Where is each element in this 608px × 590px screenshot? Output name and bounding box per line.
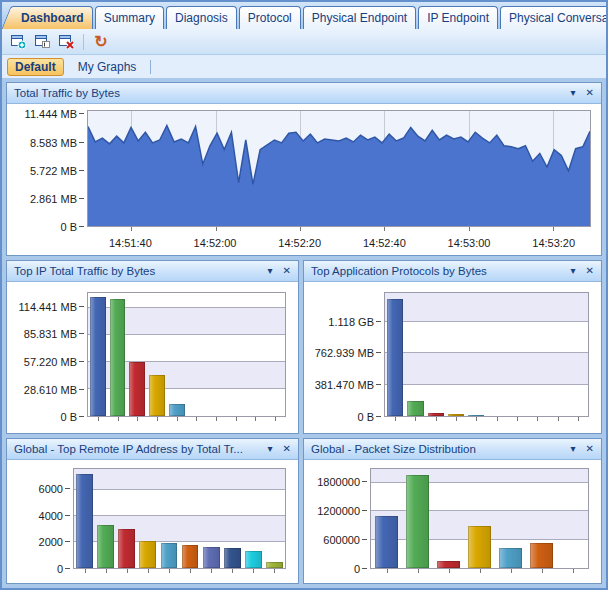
traffic-area-series (88, 111, 590, 226)
tab-diagnosis[interactable]: Diagnosis (166, 6, 237, 29)
y-axis-labels: 0200040006000 (7, 468, 71, 569)
y-tick-label: 1.118 GB (328, 316, 374, 328)
panel-header: Total Traffic by Bytes ▾ ✕ (7, 83, 601, 104)
x-slot-tick (511, 569, 512, 573)
panel-menu-icon[interactable]: ▾ (268, 266, 273, 276)
x-slot-tick (395, 417, 396, 421)
x-slot-tick (157, 417, 158, 421)
y-tick (79, 170, 84, 171)
x-slot-tick (196, 417, 197, 421)
y-tick (362, 568, 367, 569)
y-tick-label: 2000 (39, 536, 63, 548)
y-tick-label: 57.220 MB (24, 356, 77, 368)
x-tick (131, 227, 132, 231)
dashboard-subtabs: Default My Graphs (2, 55, 606, 78)
new-dashboard-window-icon (10, 33, 27, 50)
tab-ip-endpoint[interactable]: IP Endpoint (418, 6, 498, 29)
panel-menu-icon[interactable]: ▾ (268, 444, 273, 454)
panel-total-traffic: Total Traffic by Bytes ▾ ✕ 0 B2.861 MB5.… (6, 82, 602, 256)
panel-menu-icon[interactable]: ▾ (571, 88, 576, 98)
x-slot-tick (480, 569, 481, 573)
bar (97, 525, 114, 568)
gridline (385, 352, 588, 353)
gridline (74, 489, 285, 490)
tab-dashboard[interactable]: Dashboard (12, 6, 93, 29)
subtab-my-graphs[interactable]: My Graphs (71, 58, 144, 76)
y-tick (79, 226, 84, 227)
tab-physical-endpoint[interactable]: Physical Endpoint (303, 6, 416, 29)
panel-close-icon[interactable]: ✕ (586, 444, 594, 454)
y-tick-label: 28.610 MB (24, 384, 77, 396)
bar (110, 299, 126, 416)
grid-band (385, 293, 588, 322)
new-dashboard-window-button[interactable] (8, 32, 28, 52)
x-slot-tick (148, 569, 149, 573)
y-tick-label: 85.831 MB (24, 328, 77, 340)
y-axis-labels: 0 B2.861 MB5.722 MB8.583 MB11.444 MB (7, 110, 85, 227)
y-tick (79, 361, 84, 362)
y-tick-label: 2.861 MB (30, 193, 77, 205)
x-slot-tick (517, 417, 518, 421)
y-axis-labels: 0 B28.610 MB57.220 MB85.831 MB114.441 MB (7, 292, 85, 417)
tab-physical-conversation[interactable]: Physical Conversation (500, 6, 608, 29)
top-remote-ip-plot (73, 468, 286, 569)
y-tick-label: 4000 (39, 510, 63, 522)
tab-summary[interactable]: Summary (95, 6, 164, 29)
panel-menu-icon[interactable]: ▾ (571, 444, 576, 454)
y-tick (65, 488, 70, 489)
panel-title: Top IP Total Traffic by Bytes (14, 265, 262, 277)
panel-close-icon[interactable]: ✕ (586, 88, 594, 98)
x-slot-tick (253, 569, 254, 573)
bar (182, 545, 199, 568)
delete-dashboard-window-icon (58, 33, 75, 50)
x-slot-tick (216, 417, 217, 421)
x-slot-tick (118, 417, 119, 421)
bar (118, 529, 135, 568)
panel-packet-size: Global - Packet Size Distribution ▾ ✕ 06… (303, 438, 602, 584)
panel-header: Top Application Protocols by Bytes ▾ ✕ (304, 261, 601, 282)
packet-size-chart: 060000012000001800000 (304, 460, 601, 583)
rename-dashboard-window-button[interactable] (32, 32, 52, 52)
bar (437, 561, 460, 568)
y-tick (65, 541, 70, 542)
panel-header: Global - Packet Size Distribution ▾ ✕ (304, 439, 601, 460)
dashboard-toolbar: ↻ (2, 29, 606, 55)
y-tick (362, 481, 367, 482)
y-tick (79, 142, 84, 143)
subtab-default[interactable]: Default (7, 58, 64, 76)
panel-close-icon[interactable]: ✕ (283, 266, 291, 276)
x-slot-tick (387, 569, 388, 573)
tab-protocol[interactable]: Protocol (239, 6, 301, 29)
panel-header: Top IP Total Traffic by Bytes ▾ ✕ (7, 261, 298, 282)
subtab-separator (150, 60, 151, 74)
y-tick-label: 381.470 MB (315, 379, 374, 391)
x-slot-tick (537, 417, 538, 421)
y-tick (65, 568, 70, 569)
panel-menu-icon[interactable]: ▾ (571, 266, 576, 276)
y-tick (362, 510, 367, 511)
gridline (385, 384, 588, 385)
top-ip-chart: 0 B28.610 MB57.220 MB85.831 MB114.441 MB (7, 282, 298, 433)
bar (406, 475, 429, 568)
x-slot-tick (415, 417, 416, 421)
x-slot-tick (578, 417, 579, 421)
reset-graphs-button[interactable]: ↻ (91, 32, 111, 52)
bar (499, 548, 522, 568)
bar (448, 414, 464, 416)
y-tick-label: 600000 (323, 534, 360, 546)
y-tick (376, 384, 381, 385)
y-tick (65, 515, 70, 516)
panel-close-icon[interactable]: ✕ (586, 266, 594, 276)
rename-dashboard-window-icon (34, 33, 51, 50)
delete-dashboard-window-button[interactable] (56, 32, 76, 52)
x-slot-tick (85, 569, 86, 573)
gridline (74, 515, 285, 516)
x-slot-tick (449, 569, 450, 573)
bar (90, 297, 106, 416)
y-tick-label: 5.722 MB (30, 165, 77, 177)
x-slot-tick (274, 569, 275, 573)
x-slot-tick (211, 569, 212, 573)
panel-close-icon[interactable]: ✕ (283, 444, 291, 454)
x-tick (469, 227, 470, 231)
panel-top-remote-ip: Global - Top Remote IP Address by Total … (6, 438, 299, 584)
